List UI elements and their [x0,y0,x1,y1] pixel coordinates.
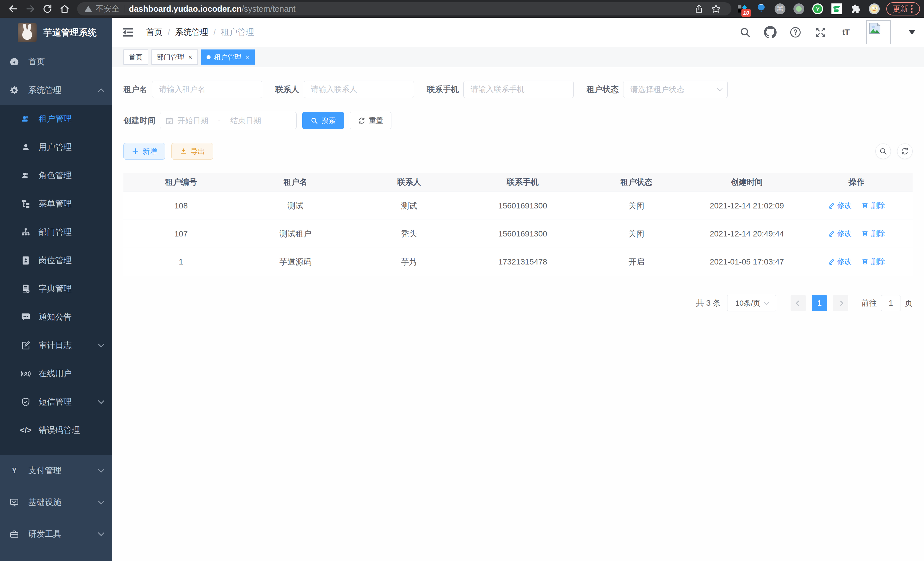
sidebar-item-online-user[interactable]: 在线用户 [0,359,112,388]
search-button[interactable]: 搜索 [302,112,344,129]
page-size-select[interactable]: 10条/页 [727,295,776,311]
search-form-row-2: 创建时间 开始日期 - 结束日期 搜索 重置 [123,112,913,129]
status-text: 关闭 [579,229,693,239]
address-bar[interactable]: 不安全 dashboard.yudao.iocoder.cn/system/te… [77,2,731,15]
security-label[interactable]: 不安全 [95,3,119,14]
font-size-icon[interactable]: tT [839,26,852,39]
sidebar-item-dept[interactable]: 部门管理 [0,218,112,246]
bookmark-star-icon[interactable] [709,2,723,16]
message-icon [21,312,31,322]
toggle-search-icon[interactable] [875,144,891,159]
add-button[interactable]: 新增 [123,143,165,159]
fullscreen-icon[interactable] [814,26,827,39]
extensions-puzzle-icon[interactable] [850,3,861,15]
delete-link[interactable]: 删除 [861,201,885,210]
status-select[interactable]: 请选择租户状态 [623,81,728,98]
delete-link[interactable]: 删除 [861,229,885,238]
app-logo[interactable]: 芋道管理系统 [0,18,112,47]
status-text: 关闭 [579,200,693,211]
browser-home-icon[interactable] [57,2,72,16]
goto-page-input[interactable] [881,295,901,311]
table-header-row: 租户编号 租户名 联系人 联系手机 租户状态 创建时间 操作 [123,173,913,192]
svg-text:Y: Y [816,6,820,12]
page-number-1[interactable]: 1 [812,295,827,311]
sidebar-item-menu[interactable]: 菜单管理 [0,190,112,218]
sidebar-item-devtools[interactable]: 研发工具 [0,518,112,550]
browser-update-button[interactable]: 更新 [886,2,920,15]
breadcrumb-home[interactable]: 首页 [146,27,163,38]
header-search-icon[interactable] [739,26,752,39]
extension-kite-icon[interactable] [755,3,767,15]
breadcrumb-system[interactable]: 系统管理 [175,27,208,38]
sidebar-item-home[interactable]: 首页 [0,47,112,76]
update-label: 更新 [892,4,908,14]
edit-link[interactable]: 修改 [828,257,852,266]
sidebar-item-tenant[interactable]: 租户管理 [0,105,112,133]
sidebar-item-notice[interactable]: 通知公告 [0,303,112,331]
reset-button[interactable]: 重置 [350,112,392,129]
tenant-name-input[interactable] [152,81,262,98]
browser-back-icon[interactable] [6,2,21,16]
browser-chrome: 不安全 dashboard.yudao.iocoder.cn/system/te… [0,0,924,18]
sidebar-item-payment[interactable]: ¥ 支付管理 [0,455,112,486]
sidebar-item-sms[interactable]: 短信管理 [0,388,112,416]
sidebar-item-user[interactable]: 用户管理 [0,133,112,161]
page-unit-label: 页 [905,298,913,308]
mobile-input[interactable] [464,81,574,98]
next-page-button[interactable] [833,295,848,311]
monitor-icon [9,498,19,507]
user-avatar[interactable] [866,20,891,44]
extension-chat-icon[interactable] [831,3,842,15]
delete-link[interactable]: 删除 [861,257,885,266]
logo-avatar [18,23,37,42]
share-icon[interactable] [692,2,706,16]
id-badge-icon [21,256,31,265]
app-title: 芋道管理系统 [44,27,97,39]
avatar-dropdown-caret[interactable] [909,30,915,35]
toolbox-icon [9,529,19,539]
tab-tenant[interactable]: 租户管理 × [201,50,255,65]
table-toolbar: 新增 导出 [123,143,913,159]
sidebar-item-errcode[interactable]: </> 错误码管理 [0,416,112,444]
dashboard-icon [9,57,19,67]
profile-avatar-icon[interactable] [868,3,880,15]
browser-forward-icon[interactable] [23,2,38,16]
sidebar-item-audit-log[interactable]: 审计日志 [0,331,112,359]
calendar-icon [165,117,173,125]
export-button[interactable]: 导出 [171,143,213,159]
contact-input[interactable] [304,81,414,98]
status-text: 开启 [579,256,693,267]
extension-y-icon[interactable]: Y [812,3,824,15]
dictionary-icon [21,284,31,294]
top-navbar: 首页 / 系统管理 / 租户管理 tT [112,18,924,47]
sidebar-collapse-icon[interactable] [122,26,135,39]
browser-reload-icon[interactable] [40,2,55,16]
table-row: 107 测试租户 秃头 15601691300 关闭 2021-12-14 20… [123,220,913,248]
chevron-down-icon [98,529,105,536]
yen-icon: ¥ [9,466,19,475]
help-icon[interactable] [789,26,802,39]
sidebar-item-role[interactable]: 角色管理 [0,161,112,190]
sidebar-item-infra[interactable]: 基础设施 [0,486,112,518]
extension-record-icon[interactable] [793,3,805,15]
tab-home[interactable]: 首页 [123,50,148,65]
sidebar-item-post[interactable]: 岗位管理 [0,246,112,274]
sidebar-item-system[interactable]: 系统管理 [0,76,112,105]
extension-command-icon[interactable]: ⌘ [774,3,786,15]
page-url[interactable]: dashboard.yudao.iocoder.cn/system/tenant [129,4,296,14]
close-icon[interactable]: × [188,53,192,61]
extension-tag-icon[interactable]: 10 [736,3,748,15]
refresh-table-icon[interactable] [897,144,913,159]
tab-dept[interactable]: 部门管理 × [152,50,198,65]
sidebar: 芋道管理系统 首页 系统管理 租户管理 [0,18,112,561]
edit-link[interactable]: 修改 [828,229,852,238]
browser-menu-icon[interactable] [911,5,913,13]
github-icon[interactable] [764,26,777,39]
edit-link[interactable]: 修改 [828,201,852,210]
prev-page-button[interactable] [790,295,806,311]
sidebar-item-dict[interactable]: 字典管理 [0,274,112,303]
tenant-table: 租户编号 租户名 联系人 联系手机 租户状态 创建时间 操作 108 测试 测试… [123,173,913,276]
close-icon[interactable]: × [245,53,249,61]
date-range-picker[interactable]: 开始日期 - 结束日期 [160,112,297,129]
users-icon [21,114,31,124]
